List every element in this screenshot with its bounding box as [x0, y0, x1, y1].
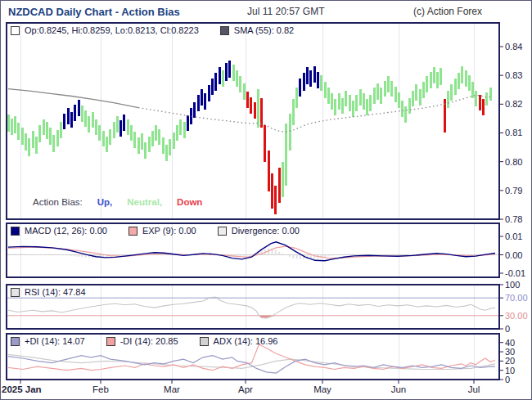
legend-item: EXP (9): 0.00: [128, 226, 196, 236]
axis-tick-label: 0.80: [505, 157, 522, 167]
candle: [384, 81, 386, 97]
candle: [289, 114, 291, 151]
candle: [355, 95, 358, 111]
divergence-bar: [243, 255, 245, 256]
candle: [21, 128, 24, 146]
legend-item: MACD (12, 26): 0.00: [11, 226, 107, 236]
axis-tick-label: 30.00: [505, 311, 528, 321]
candle: [243, 83, 246, 100]
divergence-bar: [370, 254, 372, 255]
candle: [60, 122, 62, 138]
candle: [366, 99, 368, 115]
legend-swatch-icon: [200, 337, 209, 346]
candle: [70, 112, 73, 128]
candle: [479, 95, 481, 110]
divergence-bar: [29, 254, 30, 255]
candle: [254, 102, 256, 119]
divergence-bar: [331, 255, 333, 256]
candle: [489, 88, 492, 101]
candle: [116, 116, 119, 133]
candle: [338, 93, 340, 110]
axis-tick-label: 100: [505, 280, 520, 290]
candle: [92, 112, 94, 128]
candle: [35, 137, 38, 154]
axis-tick-label: 0.01: [505, 231, 522, 241]
legend-label: MACD (12, 26): 0.00: [25, 226, 107, 236]
candle: [363, 93, 365, 110]
candle: [352, 101, 354, 117]
divergence-bar: [78, 255, 79, 257]
candle: [398, 92, 400, 109]
candle: [119, 120, 122, 137]
divergence-bar: [11, 254, 12, 254]
candle: [88, 116, 90, 133]
candle: [165, 145, 168, 161]
axis-tick-label: 70.00: [505, 293, 528, 303]
axis-tick-label: 10: [505, 366, 515, 375]
candle: [412, 91, 414, 107]
candle: [169, 139, 171, 155]
legend-item: Divergence: 0.00: [218, 226, 300, 236]
legend-swatch-icon: [11, 227, 20, 236]
candle: [219, 67, 221, 84]
divergence-bar: [21, 254, 23, 254]
divergence-bar: [67, 255, 69, 256]
legend-item: SMA (55): 0.82: [220, 25, 294, 35]
candle: [232, 65, 235, 81]
candle: [81, 106, 83, 122]
candle: [162, 137, 165, 154]
axis-tick-label: 30: [505, 347, 515, 357]
candle: [292, 99, 295, 125]
divergence-bar: [349, 254, 350, 254]
candle: [11, 119, 13, 135]
candle: [204, 93, 206, 110]
axis-tick-label: -0.01: [505, 268, 525, 278]
divergence-bar: [296, 255, 298, 259]
candle: [401, 101, 404, 117]
candle: [214, 73, 217, 90]
axis-tick-label: 0.79: [505, 186, 522, 196]
divergence-bar: [292, 255, 294, 258]
divergence-bar: [300, 255, 301, 260]
candle: [102, 131, 105, 147]
candle: [228, 61, 231, 78]
axis-tick-label: 20: [505, 356, 515, 366]
candle: [187, 115, 189, 132]
divergence-bar: [166, 254, 168, 255]
candle: [155, 125, 157, 142]
timestamp: Jul 11 20:57 GMT: [247, 6, 325, 17]
divergence-bar: [338, 254, 340, 255]
candle: [176, 125, 178, 142]
divergence-bar: [352, 254, 354, 254]
candle: [236, 70, 238, 87]
divergence-bar: [367, 254, 368, 255]
candle: [387, 76, 390, 92]
candle: [295, 88, 298, 108]
candle: [320, 75, 322, 92]
candle: [268, 151, 270, 191]
candle: [84, 110, 87, 127]
candle: [450, 84, 453, 101]
candle: [49, 128, 52, 145]
candle: [317, 72, 319, 88]
divergence-bar: [363, 254, 364, 254]
candle: [52, 135, 55, 152]
candle: [454, 79, 457, 95]
candle: [436, 72, 439, 88]
candle: [225, 63, 228, 80]
candle: [222, 70, 224, 87]
divergence-bar: [324, 255, 326, 258]
action-bias-item: Up,: [97, 197, 113, 207]
candle: [334, 99, 336, 115]
action-bias-legend: Action Bias:Up,Neutral,Down: [33, 197, 202, 207]
divergence-bar: [356, 254, 358, 254]
divergence-bar: [74, 255, 76, 257]
x-axis-month-label: Apr: [238, 384, 253, 394]
divergence-bar: [275, 250, 277, 255]
action-bias-label: Action Bias:: [33, 197, 83, 207]
candle: [264, 125, 266, 163]
divergence-bar: [246, 255, 248, 256]
legend-item: -DI (14): 20.85: [106, 336, 178, 346]
candle: [38, 125, 41, 142]
candle: [257, 89, 259, 128]
